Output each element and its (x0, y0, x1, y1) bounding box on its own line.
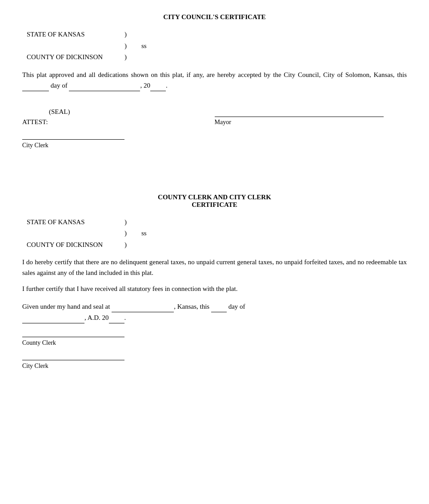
paren-4: ) (124, 217, 133, 228)
city-clerk-label: City Clerk (22, 142, 48, 149)
paren-6: ) (124, 239, 133, 251)
state-row-kansas: STATE OF KANSAS ) (27, 29, 407, 40)
paren-2: ) (124, 40, 133, 52)
month-blank-2 (22, 312, 84, 323)
state-kansas-label: STATE OF KANSAS (27, 29, 124, 40)
given-block: Given under my hand and seal at , Kansas… (22, 301, 407, 323)
county-dickinson-label-2: COUNTY OF DICKINSON (27, 239, 124, 251)
county-clerk-sig-block: County Clerk (22, 337, 407, 347)
county-clerk-title-line1: COUNTY CLERK AND CITY CLERK (158, 194, 271, 201)
county-clerk-sig-line (22, 337, 124, 337)
mayor-signature-area: (SEAL) ATTEST: Mayor (22, 105, 407, 126)
city-council-certificate-section: CITY COUNCIL'S CERTIFICATE STATE OF KANS… (22, 13, 407, 149)
ss-row-2: ) ss (27, 228, 407, 239)
state-row-kansas-2: STATE OF KANSAS ) (27, 217, 407, 228)
state-block-2: STATE OF KANSAS ) ) ss COUNTY OF DICKINS… (27, 217, 407, 251)
county-row-2: COUNTY OF DICKINSON ) (27, 239, 407, 251)
city-clerk-sig-block: City Clerk (22, 139, 407, 149)
paren-5: ) (124, 228, 133, 239)
ss-label: ss (141, 40, 147, 52)
city-clerk-sig-line-2 (22, 360, 124, 360)
state-kansas-label-2: STATE OF KANSAS (27, 217, 124, 228)
paren-1: ) (124, 29, 133, 40)
seal-block: (SEAL) (22, 108, 195, 116)
county-clerk-label: County Clerk (22, 339, 56, 346)
county-clerk-title: COUNTY CLERK AND CITY CLERK CERTIFICATE (22, 194, 407, 209)
ss-label-2: ss (141, 228, 147, 239)
paren-3: ) (124, 52, 133, 63)
county-clerk-title-line2: CERTIFICATE (192, 201, 237, 208)
attest-label: ATTEST: (22, 118, 48, 125)
county-clerk-certificate-section: COUNTY CLERK AND CITY CLERK CERTIFICATE … (22, 194, 407, 370)
seal-attest-block: (SEAL) ATTEST: (22, 105, 195, 126)
ss-row: ) ss (27, 40, 407, 52)
county-dickinson-label: COUNTY OF DICKINSON (27, 52, 124, 63)
mayor-sig-line (215, 117, 384, 117)
mayor-sig-block: Mayor (215, 117, 407, 126)
county-row: COUNTY OF DICKINSON ) (27, 52, 407, 63)
given-text: Given under my hand and seal at , Kansas… (22, 301, 407, 323)
city-clerk-label-2: City Clerk (22, 363, 48, 369)
city-council-body-text: This plat approved and all dedications s… (22, 69, 407, 91)
county-clerk-body-text-1: I do hereby certify that there are no de… (22, 257, 407, 278)
month-blank-1 (69, 80, 140, 91)
seal-label: (SEAL) (49, 108, 70, 115)
city-clerk-sig-line (22, 139, 124, 140)
location-blank (112, 301, 174, 312)
year-blank-2 (109, 312, 124, 323)
county-clerk-body-text-2: I further certify that I have received a… (22, 283, 407, 294)
day-blank-1 (22, 80, 49, 91)
state-block-1: STATE OF KANSAS ) ) ss COUNTY OF DICKINS… (27, 29, 407, 63)
city-council-title: CITY COUNCIL'S CERTIFICATE (22, 13, 407, 21)
city-clerk-sig-block-2: City Clerk (22, 360, 407, 370)
year-blank-1 (150, 80, 166, 91)
day-blank-2 (211, 301, 227, 312)
mayor-label: Mayor (215, 119, 231, 126)
section-spacer (22, 167, 407, 194)
